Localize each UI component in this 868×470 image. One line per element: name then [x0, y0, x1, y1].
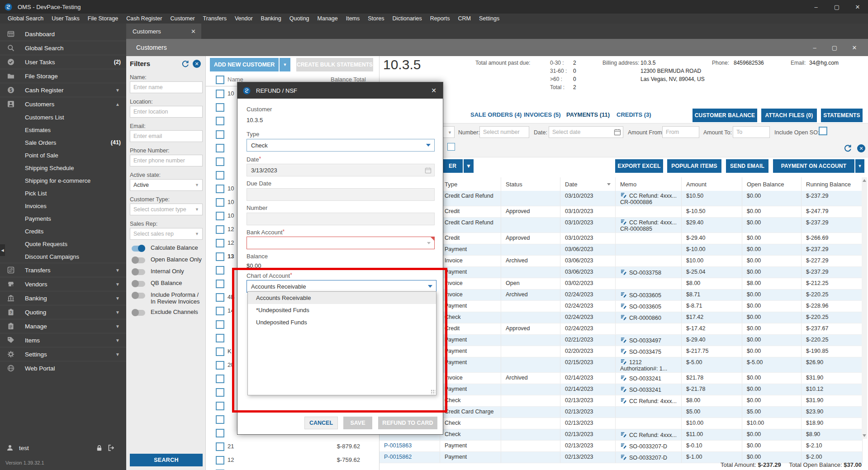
column-header-amount[interactable]: Amount	[682, 177, 742, 191]
row-checkbox[interactable]	[216, 334, 224, 342]
sidebar-item-file-storage[interactable]: File Storage	[0, 69, 126, 83]
payment-table-row[interactable]: CreditApproved02/24/2023$-17.42$0.00$-23…	[379, 323, 863, 335]
toggle-switch[interactable]	[132, 281, 145, 287]
inner-close-icon[interactable]: ✕	[844, 39, 864, 56]
menu-item-file-storage[interactable]: File Storage	[84, 15, 122, 22]
table-scrollbar[interactable]	[862, 177, 867, 439]
dialog-close-icon[interactable]: ✕	[431, 87, 436, 94]
sidebar-item-quote-requests[interactable]: Quote Requests	[0, 237, 126, 250]
button-send-email[interactable]: SEND EMAIL	[726, 159, 768, 173]
column-header-status[interactable]: Status	[501, 177, 560, 191]
sidebar-item-quoting[interactable]: ?Quoting▼	[0, 305, 126, 319]
sidebar-item-vendors[interactable]: Vendors▼	[0, 277, 126, 291]
row-checkbox[interactable]	[216, 239, 224, 247]
payment-number-link[interactable]: P-0015863	[384, 442, 412, 449]
sidebar-item-invoices[interactable]: Invoices	[0, 199, 126, 212]
toggle-switch[interactable]	[132, 246, 145, 252]
row-checkbox[interactable]	[216, 117, 224, 125]
payment-table-row[interactable]: Payment03/06/2023$-10.00$0.00$-237.29	[379, 244, 863, 256]
column-header-date[interactable]: Date	[560, 177, 616, 191]
tab-invoices-5[interactable]: INVOICES (5)	[524, 111, 561, 118]
save-button[interactable]: SAVE	[343, 417, 372, 429]
payment-table-row[interactable]: Payment03/06/2023SO-0033758$-25.04$0.00$…	[379, 267, 863, 278]
number-input[interactable]	[247, 213, 435, 225]
sidebar-item-credits[interactable]: Credits	[0, 225, 126, 237]
phone-input[interactable]	[130, 155, 203, 166]
row-checkbox[interactable]	[216, 90, 224, 98]
tab-credits-3[interactable]: CREDITS (3)	[617, 111, 651, 118]
calendar-icon[interactable]	[614, 128, 621, 136]
row-checkbox[interactable]	[216, 402, 224, 410]
row-checkbox[interactable]	[216, 171, 224, 180]
sidebar-item-transfers[interactable]: Transfers▼	[0, 263, 126, 277]
payment-table-row[interactable]: Payment02/15/20231212Authorization#: 1..…	[379, 357, 863, 373]
secondary-filter-checkbox[interactable]	[447, 143, 455, 151]
tab-payments-11[interactable]: PAYMENTS (11)	[566, 111, 610, 118]
menu-item-dictionaries[interactable]: Dictionaries	[388, 15, 426, 22]
row-checkbox[interactable]	[216, 225, 224, 234]
payment-table-row[interactable]: InvoiceArchived03/06/2023$10.00$0.00$-22…	[379, 256, 863, 267]
button-customer-balance[interactable]: CUSTOMER BALANCE	[693, 109, 757, 122]
row-checkbox[interactable]	[216, 103, 224, 112]
button-statements[interactable]: STATEMENTS	[821, 109, 863, 122]
payment-table-row[interactable]: CreditApproved03/10/2023$-29.40$0.00$-26…	[379, 233, 863, 244]
menu-item-customer[interactable]: Customer	[166, 15, 199, 22]
sales-rep-select[interactable]: Select sales rep▼	[130, 228, 203, 240]
sidebar-item-settings[interactable]: Settings▼	[0, 347, 126, 361]
row-checkbox[interactable]	[216, 212, 224, 220]
toggle-exclude-channels[interactable]: Exclude Channels	[132, 309, 198, 316]
toggle-switch[interactable]	[132, 269, 145, 275]
customer-type-select[interactable]: Select customer type▼	[130, 204, 203, 215]
create-bulk-statements-button[interactable]: CREATE BULK STATEMENTS	[296, 58, 373, 71]
column-header-memo[interactable]: Memo	[616, 177, 682, 191]
lock-icon[interactable]	[96, 445, 103, 451]
row-checkbox[interactable]	[216, 130, 224, 139]
sidebar-item-customers[interactable]: Customers▲	[0, 97, 126, 111]
menu-item-crm[interactable]: CRM	[454, 15, 475, 22]
inner-restore-icon[interactable]: ▢	[825, 39, 844, 56]
toggle-open-balance-only[interactable]: Open Balance Only	[132, 256, 202, 263]
row-checkbox[interactable]	[216, 415, 224, 424]
search-button[interactable]: SEARCH	[130, 454, 203, 466]
sort-descending-icon[interactable]	[607, 183, 611, 185]
tab-customers[interactable]: Customers ✕	[126, 24, 201, 39]
row-checkbox[interactable]	[216, 375, 224, 383]
payment-table-row[interactable]: Payment02/20/2023SO-0033475$-217.75$0.00…	[379, 346, 863, 357]
include-open-so-checkbox[interactable]	[819, 127, 827, 135]
button-popular-items[interactable]: POPULAR ITEMS	[667, 159, 721, 173]
add-new-customer-button[interactable]: ADD NEW CUSTOMER	[210, 58, 279, 71]
row-checkbox[interactable]	[216, 293, 224, 302]
row-checkbox[interactable]	[216, 198, 224, 207]
menu-item-items[interactable]: Items	[342, 15, 364, 22]
menu-item-global-search[interactable]: Global Search	[4, 15, 47, 22]
payment-table-row[interactable]: CreditApproved03/10/2023$-10.50$0.00$-24…	[379, 206, 863, 218]
amount-to-input[interactable]	[733, 126, 770, 138]
row-checkbox[interactable]	[216, 266, 224, 275]
row-checkbox[interactable]	[216, 320, 224, 329]
sidebar-item-items[interactable]: Items▼	[0, 333, 126, 347]
customers-list-row[interactable]: 4566dsfsdf$0.00	[206, 467, 379, 470]
sidebar-item-global-search[interactable]: Global Search	[0, 41, 126, 55]
toggle-internal-only[interactable]: Internal Only	[132, 268, 184, 275]
dropdown-resize-grip[interactable]	[431, 389, 435, 394]
menu-item-vendor[interactable]: Vendor	[231, 15, 257, 22]
payment-table-row[interactable]: Payment02/21/2023SO-0033497$-29.40$0.00$…	[379, 335, 863, 346]
tab-sale-orders-4[interactable]: SALE ORDERS (4)	[470, 111, 522, 118]
inner-minimize-icon[interactable]: –	[805, 39, 825, 56]
row-checkbox[interactable]	[216, 442, 224, 451]
select-all-checkbox[interactable]	[216, 76, 224, 84]
payment-table-row[interactable]: InvoiceArchived02/14/2023SO-0033241$21.7…	[379, 373, 863, 384]
tab-close-icon[interactable]: ✕	[191, 28, 196, 35]
scroll-up-icon[interactable]	[863, 179, 866, 182]
sidebar-item-manage[interactable]: Manage▼	[0, 319, 126, 333]
row-checkbox[interactable]	[216, 157, 224, 166]
cancel-button[interactable]: CANCEL	[304, 417, 338, 429]
payment-number-link[interactable]: P-0015862	[384, 454, 412, 460]
payment-table-row[interactable]: Check02/13/2023CC Refund: 4xxx...$11.00$…	[379, 429, 863, 441]
row-checkbox[interactable]	[216, 456, 224, 465]
column-header-running-balance[interactable]: Running Balance	[802, 177, 863, 191]
sidebar-item-customers-list[interactable]: Customers List	[0, 111, 126, 123]
menu-item-banking[interactable]: Banking	[257, 15, 285, 22]
menu-item-settings[interactable]: Settings	[475, 15, 503, 22]
row-checkbox[interactable]	[216, 252, 224, 261]
